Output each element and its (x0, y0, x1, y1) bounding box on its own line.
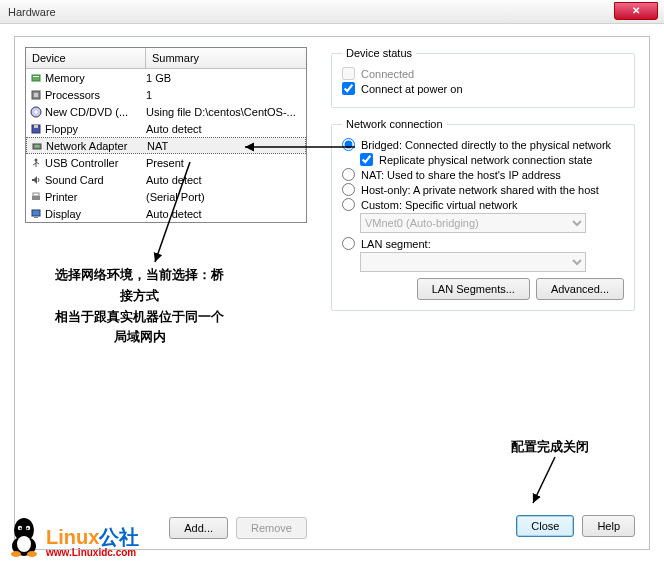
left-pane: Device Summary Memory1 GBProcessors1New … (15, 37, 317, 549)
table-row[interactable]: FloppyAuto detect (26, 120, 306, 137)
tux-icon (4, 514, 44, 558)
window-title: Hardware (8, 6, 56, 18)
sound-icon (30, 174, 42, 186)
memory-icon (30, 72, 42, 84)
svg-rect-14 (34, 217, 38, 218)
watermark-text: Linux公社 www.Linuxidc.com (46, 524, 139, 558)
device-summary: Auto detect (146, 208, 306, 220)
header-device[interactable]: Device (26, 48, 146, 68)
device-name: Floppy (45, 123, 78, 135)
dialog-content: Device Summary Memory1 GBProcessors1New … (14, 36, 650, 550)
svg-point-23 (20, 528, 22, 530)
device-status-group: Device status Connected Connect at power… (331, 47, 635, 108)
device-name: USB Controller (45, 157, 118, 169)
svg-point-25 (11, 551, 21, 557)
table-row[interactable]: DisplayAuto detect (26, 205, 306, 222)
hostonly-radio[interactable]: Host-only: A private network shared with… (342, 183, 624, 196)
table-row[interactable]: Printer(Serial Port) (26, 188, 306, 205)
window-close-button[interactable]: ✕ (614, 2, 658, 20)
device-summary: Auto detect (146, 123, 306, 135)
lansegment-radio[interactable]: LAN segment: (342, 237, 624, 250)
lan-segments-button[interactable]: LAN Segments... (417, 278, 530, 300)
svg-point-20 (17, 536, 31, 552)
replicate-checkbox[interactable]: Replicate physical network connection st… (360, 153, 624, 166)
lansegment-select[interactable] (360, 252, 586, 272)
table-row[interactable]: USB ControllerPresent (26, 154, 306, 171)
table-row[interactable]: Memory1 GB (26, 69, 306, 86)
svg-rect-1 (33, 76, 39, 77)
device-name: Sound Card (45, 174, 104, 186)
svg-rect-13 (32, 210, 40, 216)
titlebar: Hardware ✕ (0, 0, 664, 24)
remove-button[interactable]: Remove (236, 517, 307, 539)
table-header: Device Summary (26, 48, 306, 69)
annotation-network: 选择网络环境，当前选择：桥 接方式 相当于跟真实机器位于同一个 局域网内 (55, 265, 224, 348)
annotation-close: 配置完成关闭 (511, 437, 589, 458)
floppy-icon (30, 123, 42, 135)
help-button[interactable]: Help (582, 515, 635, 537)
device-summary: (Serial Port) (146, 191, 306, 203)
device-summary: Auto detect (146, 174, 306, 186)
custom-network-select[interactable]: VMnet0 (Auto-bridging) (360, 213, 586, 233)
custom-radio[interactable]: Custom: Specific virtual network (342, 198, 624, 211)
svg-rect-11 (32, 196, 40, 200)
net-icon (31, 140, 43, 152)
device-name: Memory (45, 72, 85, 84)
table-row[interactable]: New CD/DVD (...Using file D:\centos\Cent… (26, 103, 306, 120)
device-summary: NAT (147, 140, 305, 152)
network-connection-legend: Network connection (342, 118, 447, 130)
svg-rect-7 (34, 125, 38, 128)
device-name: New CD/DVD (... (45, 106, 128, 118)
nat-radio[interactable]: NAT: Used to share the host's IP address (342, 168, 624, 181)
right-pane: Device status Connected Connect at power… (317, 37, 649, 549)
connected-checkbox[interactable]: Connected (342, 67, 624, 80)
cd-icon (30, 106, 42, 118)
add-button[interactable]: Add... (169, 517, 228, 539)
device-name: Printer (45, 191, 77, 203)
device-table: Device Summary Memory1 GBProcessors1New … (25, 47, 307, 223)
watermark: Linux公社 www.Linuxidc.com (4, 514, 139, 558)
svg-point-24 (27, 528, 29, 530)
bridged-radio[interactable]: Bridged: Connected directly to the physi… (342, 138, 624, 151)
svg-rect-12 (33, 193, 39, 196)
svg-rect-3 (34, 93, 38, 97)
svg-point-5 (35, 110, 38, 113)
device-name: Processors (45, 89, 100, 101)
printer-icon (30, 191, 42, 203)
close-button[interactable]: Close (516, 515, 574, 537)
svg-point-26 (27, 551, 37, 557)
device-name: Display (45, 208, 81, 220)
device-name: Network Adapter (46, 140, 127, 152)
cpu-icon (30, 89, 42, 101)
display-icon (30, 208, 42, 220)
header-summary[interactable]: Summary (146, 48, 306, 68)
usb-icon (30, 157, 42, 169)
table-row[interactable]: Network AdapterNAT (26, 137, 306, 154)
connect-poweron-checkbox[interactable]: Connect at power on (342, 82, 624, 95)
network-connection-group: Network connection Bridged: Connected di… (331, 118, 635, 311)
svg-rect-9 (35, 145, 39, 147)
device-summary: 1 (146, 89, 306, 101)
device-summary: Using file D:\centos\CentOS-... (146, 106, 306, 118)
advanced-button[interactable]: Advanced... (536, 278, 624, 300)
table-row[interactable]: Sound CardAuto detect (26, 171, 306, 188)
svg-rect-0 (32, 75, 40, 81)
device-summary: Present (146, 157, 306, 169)
table-row[interactable]: Processors1 (26, 86, 306, 103)
device-status-legend: Device status (342, 47, 416, 59)
device-summary: 1 GB (146, 72, 306, 84)
